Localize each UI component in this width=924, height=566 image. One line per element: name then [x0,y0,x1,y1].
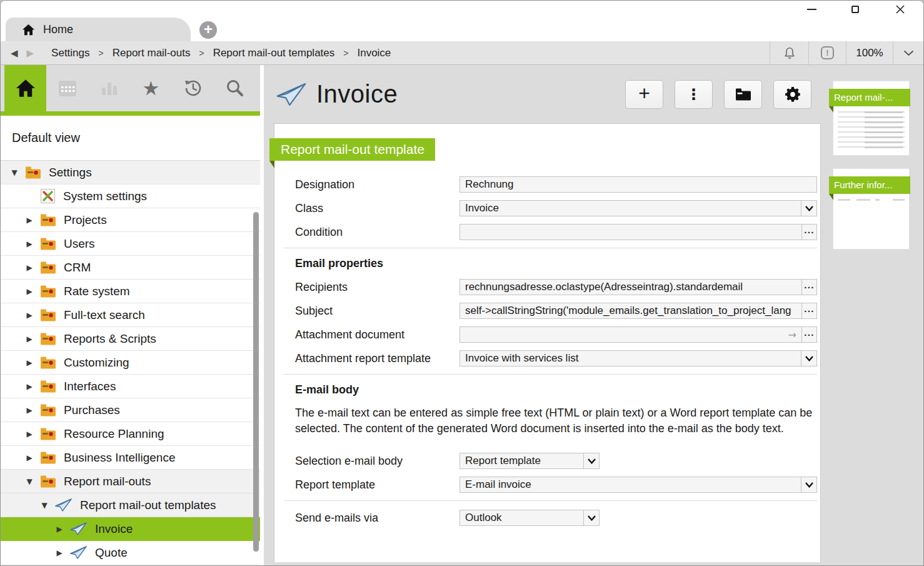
tree-item-rate-system[interactable]: ▶ Rate system [1,280,260,303]
recipients-input[interactable]: rechnungsadresse.oclastype(Adresseintrag… [459,279,802,295]
zoom-level-button[interactable]: 100% [846,41,893,64]
maximize-button[interactable] [841,1,870,18]
more-actions-button[interactable]: ⋮ [675,80,713,109]
send-emails-via-select-button[interactable] [583,510,600,526]
form-row-attachment-report-template: Attachment report template Invoice with … [295,350,817,366]
designation-input[interactable]: Rechnung [459,176,817,193]
breadcrumb-expand-button[interactable] [893,41,923,64]
folder-icon [25,166,41,179]
expander-expanded-icon[interactable]: ▼ [9,168,19,177]
tree-item-customizing[interactable]: ▶ Customizing [1,351,260,375]
tree-item-resource-planning[interactable]: ▶ Resource Planning [1,422,260,446]
breadcrumb-item-invoice[interactable]: Invoice [357,47,391,59]
forward-button[interactable]: ▶ [27,48,34,59]
section-divider [284,500,817,501]
condition-input[interactable] [459,224,802,240]
thumbnail-report-mail-out[interactable]: Report mail-... [833,81,910,156]
navigation-tree: ▼ Settings System settings ▶ [1,161,260,565]
notifications-button[interactable] [770,41,808,64]
thumbnail-further-information[interactable]: Further infor... [833,168,910,250]
folder-button[interactable] [724,80,762,109]
banner-fold [269,161,274,168]
tree-item-projects[interactable]: ▶ Projects [1,208,260,232]
expander-collapsed-icon[interactable]: ▶ [54,525,64,533]
add-button[interactable]: + [625,80,663,109]
selection-email-body-select[interactable]: Report template [459,453,584,469]
expander-collapsed-icon[interactable]: ▶ [54,548,64,557]
tree-item-business-intelligence[interactable]: ▶ Business Intelligence [1,446,260,470]
sidebar-tab-home[interactable] [4,65,46,111]
attachment-report-template-select-button[interactable] [801,350,817,366]
report-template-select[interactable]: E-mail invoice [459,477,801,493]
expander-expanded-icon[interactable]: ▼ [24,477,34,486]
sidebar-tab-search[interactable] [214,65,256,111]
expander-collapsed-icon[interactable]: ▶ [24,358,34,367]
tree-item-report-mail-out-templates[interactable]: ▼ Report mail-out templates [1,493,260,517]
attachment-document-lookup-button[interactable]: ··· [801,326,817,343]
tree-item-users[interactable]: ▶ Users [1,232,260,256]
form-row-recipients: Recipients rechnungsadresse.oclastype(Ad… [295,279,817,295]
breadcrumb-item-settings[interactable]: Settings [51,47,89,59]
tree-item-settings[interactable]: ▼ Settings [1,161,260,184]
subject-lookup-button[interactable]: ··· [801,303,817,319]
sidebar-tab-history[interactable] [172,65,214,111]
minimize-button[interactable] [797,1,826,18]
tree-item-label: Reports & Scripts [64,332,156,346]
expander-collapsed-icon[interactable]: ▶ [24,430,34,438]
breadcrumb-item-report-mail-outs[interactable]: Report mail-outs [113,47,191,59]
recipients-lookup-button[interactable]: ··· [801,279,817,295]
expander-collapsed-icon[interactable]: ▶ [24,263,34,272]
tab-home[interactable]: Home [6,18,191,41]
alerts-button[interactable]: ! [808,41,846,64]
report-template-select-button[interactable] [801,477,817,493]
send-emails-via-select[interactable]: Outlook [459,510,584,526]
breadcrumb-item-report-mail-out-templates[interactable]: Report mail-out templates [213,47,335,59]
section-banner: Report mail-out template [269,138,435,161]
tree-scrollbar[interactable] [253,212,259,552]
expander-collapsed-icon[interactable]: ▶ [24,311,34,320]
back-button[interactable]: ◀ [11,48,18,59]
expander-collapsed-icon[interactable]: ▶ [24,240,34,248]
class-select-button[interactable] [801,200,817,216]
tree-item-crm[interactable]: ▶ CRM [1,256,260,280]
class-select[interactable]: Invoice [459,200,801,216]
expander-expanded-icon[interactable]: ▼ [39,501,49,510]
folder-icon [40,356,56,369]
settings-button[interactable] [773,80,811,109]
tree-item-full-text-search[interactable]: ▶ Full-text search [1,303,260,327]
expander-collapsed-icon[interactable]: ▶ [24,287,34,296]
go-arrow-icon[interactable]: → [788,329,796,341]
expander-collapsed-icon[interactable]: ▶ [24,382,34,391]
expander-collapsed-icon[interactable]: ▶ [24,406,34,415]
content-header: Invoice + ⋮ [264,65,821,123]
condition-lookup-button[interactable]: ··· [801,224,817,240]
tree-item-reports-scripts[interactable]: ▶ Reports & Scripts [1,327,260,351]
attachment-report-template-select[interactable]: Invoice with services list [459,350,801,366]
form-row-send-emails-via: Send e-mails via Outlook [295,510,817,526]
history-icon [183,78,203,98]
expander-collapsed-icon[interactable]: ▶ [24,216,34,225]
tree-item-quote[interactable]: ▶ Quote [1,541,260,565]
close-button[interactable] [886,1,915,18]
subject-input[interactable]: self->callStringString('module_emails.ge… [459,303,802,319]
paper-plane-icon [70,522,87,535]
tree-item-interfaces[interactable]: ▶ Interfaces [1,375,260,398]
search-icon [225,78,245,98]
selection-email-body-select-button[interactable] [583,453,600,469]
tree-item-label: Projects [64,213,107,227]
expander-collapsed-icon[interactable]: ▶ [24,335,34,343]
sidebar: ★ Default view [1,65,260,565]
folder-icon [40,285,56,298]
new-tab-button[interactable]: + [199,21,217,39]
tree-item-report-mail-outs[interactable]: ▼ Report mail-outs [1,470,260,493]
page-thumbnails: Report mail-... Further infor... [821,65,923,565]
thumbnail-preview-fields [865,111,903,151]
tree-item-purchases[interactable]: ▶ Purchases [1,398,260,422]
tree-item-label: CRM [64,261,91,275]
tree-item-invoice-selected[interactable]: ▶ Invoice [1,517,260,541]
attachment-document-input[interactable]: → [459,326,802,343]
tree-item-label: Quote [95,546,128,560]
expander-collapsed-icon[interactable]: ▶ [24,453,34,462]
tree-item-system-settings[interactable]: System settings [1,184,260,208]
sidebar-tab-favorites[interactable]: ★ [130,65,172,111]
